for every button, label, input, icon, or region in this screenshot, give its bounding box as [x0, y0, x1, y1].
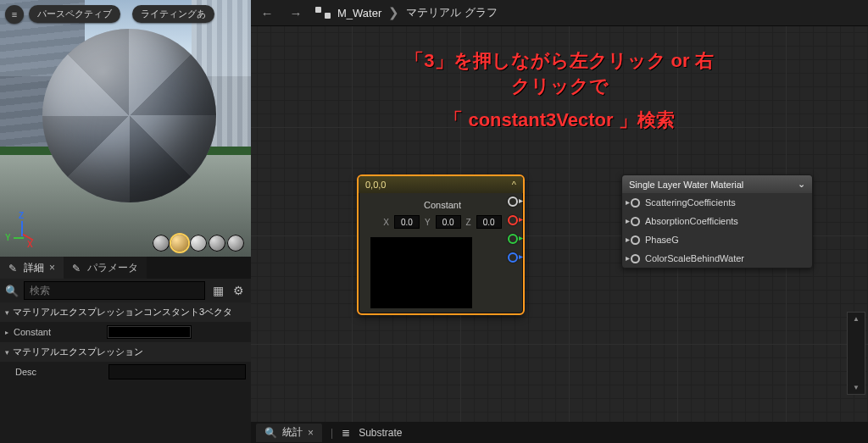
preview-shape-option[interactable]	[171, 235, 188, 252]
node-collapse-caret[interactable]: ^	[512, 180, 516, 190]
property-constant-label: Constant	[14, 327, 107, 337]
instruction-line-1: 「3」を押しながら左クリック or 右クリックで	[405, 48, 714, 99]
tab-parameters[interactable]: パラメータ	[64, 257, 147, 279]
input-pin-label: ScatteringCoefficients	[645, 197, 736, 208]
input-pin-row[interactable]: PhaseG	[622, 230, 812, 249]
gear-icon[interactable]: ⚙	[231, 283, 246, 298]
category-material-expression-label: マテリアルエクスプレッション	[13, 346, 143, 358]
axis-gizmo: Z Y X	[8, 214, 42, 248]
tab-stats[interactable]: 🔍 統計 ×	[256, 424, 322, 442]
input-pin-row[interactable]: ColorScaleBehindWater	[622, 249, 812, 268]
close-icon[interactable]: ×	[308, 427, 314, 439]
input-pin[interactable]	[631, 198, 640, 208]
chevron-down-icon: ▾	[5, 308, 9, 317]
breadcrumb-page[interactable]: マテリアル グラフ	[406, 5, 498, 20]
tab-parameters-label: パラメータ	[87, 261, 138, 275]
z-label: Z	[466, 218, 471, 227]
tab-details-label: 詳細	[24, 261, 44, 275]
y-input[interactable]: 0.0	[436, 215, 461, 229]
color-swatch[interactable]	[107, 325, 192, 339]
input-pin[interactable]	[631, 235, 640, 245]
search-icon: 🔍	[5, 285, 19, 297]
node-constant-title: 0,0,0	[365, 180, 386, 190]
preview-shape-option[interactable]	[209, 235, 225, 252]
pencil-icon	[8, 263, 19, 273]
input-pin-row[interactable]: ScatteringCoefficients	[622, 193, 812, 212]
node-single-layer-water-material[interactable]: Single Layer Water Material ⌄ Scattering…	[621, 174, 813, 269]
preview-shape-option[interactable]	[190, 235, 207, 252]
input-pin-row[interactable]: AbsorptionCoefficients	[622, 212, 812, 230]
node-out-caret[interactable]: ⌄	[798, 179, 805, 190]
material-preview-viewport[interactable]: ≡ パースペクティブ ライティングあ Z Y X	[0, 0, 251, 257]
node-constant3vector[interactable]: 0,0,0 ^ Constant X 0.0 Y 0.0 Z 0.0	[357, 174, 525, 315]
y-label: Y	[425, 218, 431, 227]
tab-substrate-label[interactable]: Substrate	[359, 427, 402, 439]
input-pin-label: ColorScaleBehindWater	[645, 253, 744, 263]
list-icon: ≣	[342, 427, 350, 439]
preview-shape-selector	[153, 235, 244, 252]
input-pin-label: PhaseG	[645, 235, 679, 245]
viewport-perspective-pill[interactable]: パースペクティブ	[29, 5, 120, 23]
output-pin-g[interactable]	[508, 234, 518, 244]
output-pin-b[interactable]	[508, 252, 518, 263]
tab-details[interactable]: 詳細 ×	[0, 257, 64, 279]
category-material-expression[interactable]: ▾ マテリアルエクスプレッション	[0, 342, 251, 362]
nav-back-button[interactable]: ←	[258, 3, 276, 22]
input-pin[interactable]	[631, 254, 640, 263]
category-constant3vector[interactable]: ▾ マテリアルエクスプレッションコンスタント3ベクタ	[0, 302, 251, 322]
axis-z-label: Z	[19, 211, 24, 220]
node-color-preview	[370, 237, 472, 308]
details-search-input[interactable]	[24, 281, 205, 300]
node-out-title: Single Layer Water Material	[629, 180, 743, 190]
nav-forward-button[interactable]: →	[287, 3, 305, 22]
preview-shape-option[interactable]	[227, 235, 244, 252]
tab-stats-label: 統計	[282, 425, 303, 440]
breadcrumb: M_Water ❯ マテリアル グラフ	[315, 5, 498, 20]
viewport-menu-button[interactable]: ≡	[5, 5, 24, 24]
node-constant-label: Constant	[370, 200, 515, 210]
property-desc-row: Desc	[0, 362, 251, 382]
output-pin-r[interactable]	[508, 215, 518, 225]
instruction-line-2: 「 constant3Vector 」検索	[444, 108, 674, 133]
desc-input[interactable]	[108, 364, 246, 379]
graph-icon	[315, 7, 331, 19]
material-graph-canvas[interactable]: 「3」を押しながら左クリック or 右クリックで 「 constant3Vect…	[251, 26, 868, 422]
axis-y-label: Y	[5, 233, 11, 242]
viewport-lighting-pill[interactable]: ライティングあ	[132, 5, 214, 23]
pencil-icon	[72, 263, 82, 273]
search-icon: 🔍	[264, 427, 277, 439]
preview-shape-option[interactable]	[153, 235, 170, 252]
details-search-row: 🔍 ▦ ⚙	[0, 279, 251, 302]
z-input[interactable]: 0.0	[476, 215, 502, 229]
category-constant3vector-label: マテリアルエクスプレッションコンスタント3ベクタ	[13, 306, 232, 318]
grid-view-icon[interactable]: ▦	[210, 283, 225, 298]
breadcrumb-asset[interactable]: M_Water	[337, 7, 381, 19]
property-constant-row: ▸ Constant	[0, 322, 251, 342]
property-desc-label: Desc	[15, 367, 108, 377]
x-label: X	[383, 218, 389, 227]
input-pin[interactable]	[631, 217, 640, 226]
output-pin-rgb[interactable]	[508, 197, 518, 207]
chevron-right-icon[interactable]: ▸	[5, 329, 8, 336]
close-icon[interactable]: ×	[49, 262, 55, 274]
input-pin-label: AbsorptionCoefficients	[645, 216, 738, 226]
chevron-down-icon: ▾	[5, 348, 9, 357]
scroll-overview[interactable]: ▲▼	[847, 312, 865, 395]
x-input[interactable]: 0.0	[394, 215, 420, 229]
breadcrumb-separator: ❯	[388, 5, 399, 20]
axis-x-label: X	[27, 240, 33, 249]
